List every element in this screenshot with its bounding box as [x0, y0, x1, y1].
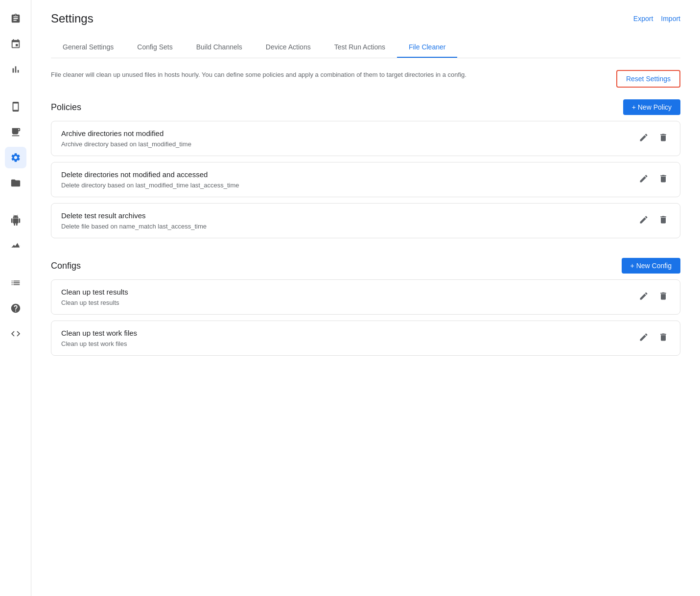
policy-card-2-title: Delete directories not modified and acce…: [61, 170, 239, 179]
config-card-2-delete-button[interactable]: [656, 330, 670, 346]
sidebar-item-chart[interactable]: [5, 59, 26, 80]
policies-title: Policies: [51, 102, 81, 113]
configs-section: Configs + New Config Clean up test resul…: [51, 258, 680, 362]
header: Settings Export Import: [51, 12, 680, 25]
policy-card-3-delete-button[interactable]: [656, 213, 670, 229]
sidebar-item-list[interactable]: [5, 272, 26, 294]
config-card-1-title: Clean up test results: [61, 288, 128, 296]
policies-section-header: Policies + New Policy: [51, 99, 680, 115]
configs-title: Configs: [51, 261, 81, 271]
policy-card-2-content: Delete directories not modified and acce…: [61, 170, 239, 189]
policy-card-1-edit-button[interactable]: [637, 131, 651, 147]
policies-section: Policies + New Policy Archive directorie…: [51, 99, 680, 244]
main-content: Settings Export Import General Settings …: [31, 0, 700, 596]
config-card-2-content: Clean up test work files Clean up test w…: [61, 329, 137, 347]
sidebar-item-calendar[interactable]: [5, 33, 26, 55]
policy-card-1-delete-button[interactable]: [656, 131, 670, 147]
policy-card-3-edit-button[interactable]: [637, 213, 651, 229]
configs-section-header: Configs + New Config: [51, 258, 680, 274]
sidebar-item-clipboard[interactable]: [5, 8, 26, 29]
tab-general-settings[interactable]: General Settings: [51, 37, 125, 58]
sidebar-item-code[interactable]: [5, 323, 26, 344]
config-card-1-edit-button[interactable]: [637, 289, 651, 305]
config-card-2: Clean up test work files Clean up test w…: [51, 321, 680, 356]
sidebar-item-device[interactable]: [5, 96, 26, 117]
config-card-2-title: Clean up test work files: [61, 329, 137, 337]
config-card-2-edit-button[interactable]: [637, 330, 651, 346]
import-link[interactable]: Import: [661, 15, 680, 23]
tab-test-run-actions[interactable]: Test Run Actions: [323, 37, 397, 58]
sidebar-item-folder[interactable]: [5, 172, 26, 194]
policy-card-3-actions: [637, 213, 670, 229]
policy-card-2-subtitle: Delete directory based on last_modified_…: [61, 182, 239, 189]
policy-card-2: Delete directories not modified and acce…: [51, 162, 680, 197]
config-card-2-subtitle: Clean up test work files: [61, 340, 137, 347]
policy-card-1-actions: [637, 131, 670, 147]
description-bar: File cleaner will clean up unused files …: [51, 70, 680, 88]
policy-card-1: Archive directories not modified Archive…: [51, 121, 680, 156]
policy-card-3-subtitle: Delete file based on name_match last_acc…: [61, 223, 207, 230]
config-card-1-actions: [637, 289, 670, 305]
policy-card-1-subtitle: Archive directory based on last_modified…: [61, 140, 191, 148]
new-config-button[interactable]: + New Config: [622, 258, 680, 274]
config-card-1: Clean up test results Clean up test resu…: [51, 279, 680, 315]
sidebar-item-settings[interactable]: [5, 147, 26, 168]
tab-config-sets[interactable]: Config Sets: [125, 37, 184, 58]
sidebar: [0, 0, 31, 596]
policy-card-3: Delete test result archives Delete file …: [51, 203, 680, 238]
tab-build-channels[interactable]: Build Channels: [185, 37, 254, 58]
policy-card-1-title: Archive directories not modified: [61, 129, 191, 138]
config-card-1-delete-button[interactable]: [656, 289, 670, 305]
policy-card-1-content: Archive directories not modified Archive…: [61, 129, 191, 148]
page-title: Settings: [51, 12, 93, 25]
policy-card-2-actions: [637, 172, 670, 188]
config-card-1-content: Clean up test results Clean up test resu…: [61, 288, 128, 306]
tab-file-cleaner[interactable]: File Cleaner: [397, 37, 457, 58]
sidebar-item-help[interactable]: [5, 298, 26, 319]
export-link[interactable]: Export: [633, 15, 653, 23]
sidebar-item-android[interactable]: [5, 209, 26, 231]
tabs: General Settings Config Sets Build Chann…: [51, 37, 680, 58]
config-card-2-actions: [637, 330, 670, 346]
new-policy-button[interactable]: + New Policy: [623, 99, 680, 115]
config-card-1-subtitle: Clean up test results: [61, 299, 128, 306]
policy-card-3-title: Delete test result archives: [61, 211, 207, 220]
tab-device-actions[interactable]: Device Actions: [254, 37, 323, 58]
policy-card-2-delete-button[interactable]: [656, 172, 670, 188]
sidebar-item-pulse[interactable]: [5, 235, 26, 256]
reset-settings-button[interactable]: Reset Settings: [616, 70, 680, 88]
description-text: File cleaner will clean up unused files …: [51, 70, 605, 80]
policy-card-3-content: Delete test result archives Delete file …: [61, 211, 207, 230]
sidebar-item-server[interactable]: [5, 121, 26, 143]
policy-card-2-edit-button[interactable]: [637, 172, 651, 188]
header-actions: Export Import: [633, 15, 680, 23]
